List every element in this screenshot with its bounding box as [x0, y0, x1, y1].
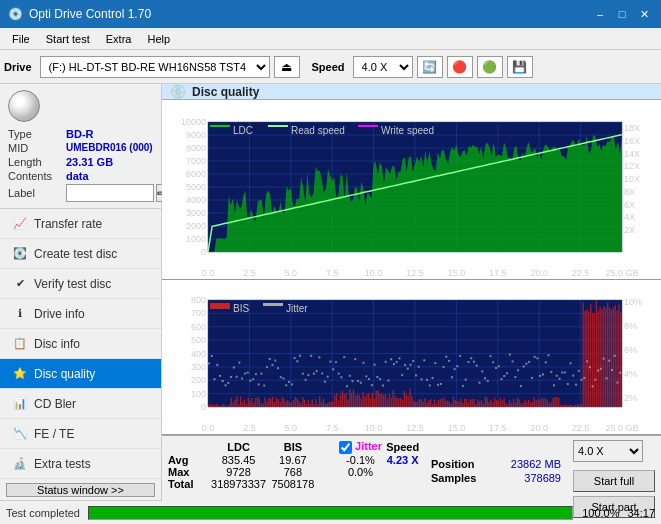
sidebar-item-label: FE / TE — [34, 427, 74, 441]
stats-avg-row: Avg 835.45 19.67 -0.1% 4.23 X — [168, 454, 421, 466]
menu-file[interactable]: File — [4, 31, 38, 47]
samples-label: Samples — [431, 472, 476, 484]
sidebar-item-transfer-rate[interactable]: 📈 Transfer rate — [0, 209, 161, 239]
transfer-rate-icon: 📈 — [12, 216, 28, 232]
content-header: 💿 Disc quality — [162, 84, 661, 100]
toolbar-btn-4[interactable]: 💾 — [507, 56, 533, 78]
max-jitter: 0.0% — [337, 466, 385, 478]
position-label: Position — [431, 458, 474, 470]
disc-info-icon: 📋 — [12, 336, 28, 352]
extra-tests-icon: 🔬 — [12, 456, 28, 472]
sidebar-item-label: Transfer rate — [34, 217, 102, 231]
titlebar-title: 💿 Opti Drive Control 1.70 — [8, 7, 151, 21]
max-ldc: 9728 — [208, 466, 269, 478]
avg-ldc: 835.45 — [208, 454, 269, 466]
speed-header: Speed — [384, 440, 421, 454]
disc-label-row: Label ✏ — [8, 184, 153, 202]
stats-table: LDC BIS Jitter Speed Avg — [168, 440, 421, 490]
sidebar-item-disc-info[interactable]: 📋 Disc info — [0, 329, 161, 359]
disc-mid-label: MID — [8, 142, 66, 154]
disc-length-value: 23.31 GB — [66, 156, 113, 168]
sidebar-item-cd-bler[interactable]: 📊 CD Bler — [0, 389, 161, 419]
sidebar-nav: 📈 Transfer rate 💽 Create test disc ✔ Ver… — [0, 209, 161, 479]
disc-contents-label: Contents — [8, 170, 66, 182]
speed-display-row: 4.0 X — [573, 440, 655, 462]
drive-info-icon: ℹ — [12, 306, 28, 322]
speed-label: Speed — [312, 61, 345, 73]
toolbar-btn-3[interactable]: 🟢 — [477, 56, 503, 78]
progress-percent: 100.0% — [581, 507, 619, 519]
disc-header — [8, 90, 153, 122]
progress-bar-fill — [89, 507, 572, 519]
progress-bar — [88, 506, 573, 520]
avg-speed: 4.23 X — [384, 454, 421, 466]
position-row: Position 23862 MB — [431, 458, 561, 470]
jitter-checkbox[interactable] — [339, 441, 352, 454]
drive-label: Drive — [4, 61, 32, 73]
disc-type-row: Type BD-R — [8, 128, 153, 140]
app-icon: 💿 — [8, 7, 23, 21]
menu-extra[interactable]: Extra — [98, 31, 140, 47]
maximize-button[interactable]: □ — [613, 5, 631, 23]
disc-label-label: Label — [8, 187, 66, 199]
fe-te-icon: 📉 — [12, 426, 28, 442]
sidebar-item-label: Disc quality — [34, 367, 95, 381]
eject-button[interactable]: ⏏ — [274, 56, 300, 78]
close-button[interactable]: ✕ — [635, 5, 653, 23]
content-area: 💿 Disc quality LDC BIS — [162, 84, 661, 500]
speed-display-select[interactable]: 4.0 X — [573, 440, 643, 462]
verify-test-disc-icon: ✔ — [12, 276, 28, 292]
status-text: Test completed — [6, 507, 80, 519]
sidebar-item-label: Verify test disc — [34, 277, 111, 291]
bis-header: BIS — [269, 440, 317, 454]
samples-value: 378689 — [524, 472, 561, 484]
jitter-header: Jitter — [337, 440, 385, 454]
drive-select[interactable]: (F:) HL-DT-ST BD-RE WH16NS58 TST4 — [40, 56, 270, 78]
menubar: File Start test Extra Help — [0, 28, 661, 50]
sidebar-item-label: Disc info — [34, 337, 80, 351]
sidebar-item-drive-info[interactable]: ℹ Drive info — [0, 299, 161, 329]
app-title: Opti Drive Control 1.70 — [29, 7, 151, 21]
toolbar-btn-1[interactable]: 🔄 — [417, 56, 443, 78]
sidebar-item-fe-te[interactable]: 📉 FE / TE — [0, 419, 161, 449]
disc-contents-row: Contents data — [8, 170, 153, 182]
speed-select[interactable]: 4.0 X 1.0 X 2.0 X 6.0 X 8.0 X — [353, 56, 413, 78]
disc-type-value: BD-R — [66, 128, 94, 140]
ldc-speed-chart — [162, 100, 660, 280]
sidebar-item-label: Drive info — [34, 307, 85, 321]
avg-bis: 19.67 — [269, 454, 317, 466]
total-label: Total — [168, 478, 208, 490]
disc-label-input[interactable] — [66, 184, 154, 202]
elapsed-time: 34:17 — [627, 507, 655, 519]
disc-length-label: Length — [8, 156, 66, 168]
sidebar-item-extra-tests[interactable]: 🔬 Extra tests — [0, 449, 161, 479]
top-chart-container — [162, 100, 661, 280]
bis-jitter-chart — [162, 280, 660, 435]
minimize-button[interactable]: – — [591, 5, 609, 23]
sidebar-item-create-test-disc[interactable]: 💽 Create test disc — [0, 239, 161, 269]
sidebar: Type BD-R MID UMEBDR016 (000) Length 23.… — [0, 84, 162, 500]
main-area: Type BD-R MID UMEBDR016 (000) Length 23.… — [0, 84, 661, 500]
menu-help[interactable]: Help — [139, 31, 178, 47]
sidebar-item-verify-test-disc[interactable]: ✔ Verify test disc — [0, 269, 161, 299]
avg-jitter: -0.1% — [337, 454, 385, 466]
disc-icon — [8, 90, 40, 122]
toolbar-btn-2[interactable]: 🔴 — [447, 56, 473, 78]
total-bis: 7508178 — [269, 478, 317, 490]
cd-bler-icon: 📊 — [12, 396, 28, 412]
disc-panel: Type BD-R MID UMEBDR016 (000) Length 23.… — [0, 84, 161, 209]
disc-mid-row: MID UMEBDR016 (000) — [8, 142, 153, 154]
position-value: 23862 MB — [511, 458, 561, 470]
menu-start-test[interactable]: Start test — [38, 31, 98, 47]
avg-label: Avg — [168, 454, 208, 466]
sidebar-item-disc-quality[interactable]: ⭐ Disc quality — [0, 359, 161, 389]
samples-row: Samples 378689 — [431, 472, 561, 484]
disc-contents-value: data — [66, 170, 89, 182]
ldc-header: LDC — [208, 440, 269, 454]
disc-length-row: Length 23.31 GB — [8, 156, 153, 168]
status-window-button[interactable]: Status window >> — [6, 483, 155, 497]
bottom-chart-container — [162, 280, 661, 435]
stats-max-row: Max 9728 768 0.0% — [168, 466, 421, 478]
start-full-button[interactable]: Start full — [573, 470, 655, 492]
sidebar-item-label: Create test disc — [34, 247, 117, 261]
